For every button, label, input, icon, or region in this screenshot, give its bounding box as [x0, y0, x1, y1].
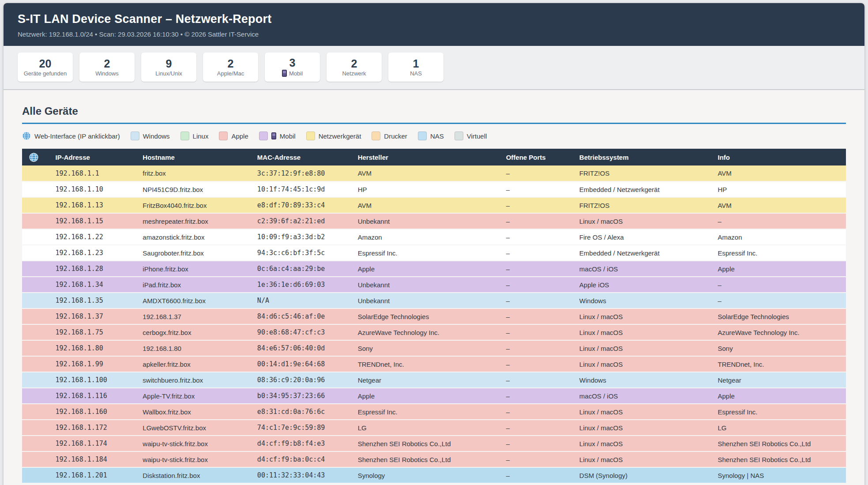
cell-os: Linux / macOS	[574, 420, 713, 436]
legend-item-web-interface: Web-Interface (IP anklickbar)	[22, 132, 120, 140]
cell-hostname: 192.168.1.37	[137, 308, 252, 324]
stat-value: 2	[351, 58, 357, 69]
legend-item-virtuell: Virtuell	[455, 132, 487, 140]
cell-vendor: Shenzhen SEI Robotics Co.,Ltd	[353, 451, 501, 467]
column-header-betriebssystem: Betriebssystem	[574, 149, 713, 165]
cell-vendor: Apple	[353, 261, 501, 277]
cell-open-ports: –	[501, 229, 574, 245]
cell-web-interface	[22, 181, 50, 197]
stat-card-ger-te-gefunden: 20Geräte gefunden	[18, 53, 73, 82]
table-row: 192.168.1.174waipu-tv-stick.fritz.boxd4:…	[22, 436, 846, 451]
table-row: 192.168.1.160Wallbox.fritz.boxe8:31:cd:0…	[22, 404, 846, 420]
stat-label: Apple/Mac	[217, 71, 244, 76]
cell-mac: 1e:36:1e:d6:69:03	[252, 277, 353, 293]
cell-hostname: waipu-tv-stick.fritz.box	[137, 436, 252, 451]
legend-label: Netzwerkgerät	[319, 132, 361, 140]
cell-open-ports: –	[501, 293, 574, 308]
legend: Web-Interface (IP anklickbar) WindowsLin…	[22, 132, 846, 140]
cell-web-interface	[22, 261, 50, 277]
cell-mac: 00:14:d1:9e:64:68	[252, 356, 353, 372]
cell-vendor: Shenzhen SEI Robotics Co.,Ltd	[353, 436, 501, 451]
cell-os: Linux / macOS	[574, 340, 713, 356]
cell-os: Embedded / Netzwerkgerät	[574, 181, 713, 197]
cell-web-interface	[22, 324, 50, 340]
table-row: 192.168.1.10NPI451C9D.fritz.box10:1f:74:…	[22, 181, 846, 197]
cell-web-interface	[22, 451, 50, 467]
cell-info: Apple	[712, 388, 846, 404]
legend-item-mobil: Mobil	[259, 132, 296, 140]
table-row: 192.168.1.184waipu-tv-stick.fritz.boxd4:…	[22, 451, 846, 467]
cell-info: –	[712, 213, 846, 229]
cell-ip: 192.168.1.13	[50, 197, 137, 213]
legend-swatch	[131, 132, 139, 140]
table-header-row: IP-AdresseHostnameMAC-AdresseHerstellerO…	[22, 149, 846, 165]
cell-mac: 74:c1:7e:9c:59:89	[252, 420, 353, 436]
page-title: S-IT LAN Device Scanner – Netzwerk-Repor…	[18, 12, 850, 26]
cell-mac: 08:36:c9:20:0a:96	[252, 372, 353, 388]
cell-os: Linux / macOS	[574, 451, 713, 467]
cell-hostname: cerbogx.fritz.box	[137, 324, 252, 340]
cell-open-ports: –	[501, 324, 574, 340]
legend-swatch	[259, 132, 268, 140]
table-row: 192.168.1.75cerbogx.fritz.box90:e8:68:47…	[22, 324, 846, 340]
table-row: 192.168.1.13FritzBox4040.fritz.boxe8:df:…	[22, 197, 846, 213]
cell-open-ports: –	[501, 356, 574, 372]
cell-web-interface	[22, 308, 50, 324]
table-row: 192.168.1.35AMDXT6600.fritz.boxN/AUnbeka…	[22, 293, 846, 308]
stat-card-windows: 2Windows	[79, 53, 135, 82]
cell-hostname: meshrepeater.fritz.box	[137, 213, 252, 229]
cell-ip: 192.168.1.99	[50, 356, 137, 372]
cell-info: Synology | NAS	[712, 467, 846, 483]
cell-ip: 192.168.1.22	[50, 229, 137, 245]
cell-hostname: waipu-tv-stick.fritz.box	[137, 451, 252, 467]
cell-vendor: Apple	[353, 388, 501, 404]
stat-card-nas: 1NAS	[388, 53, 443, 82]
cell-info: LG	[712, 420, 846, 436]
cell-info: Espressif Inc.	[712, 404, 846, 420]
cell-ip: 192.168.1.28	[50, 261, 137, 277]
cell-vendor: AVM	[353, 165, 501, 181]
cell-mac: b0:34:95:37:23:66	[252, 388, 353, 404]
stat-value: 20	[39, 58, 52, 69]
cell-vendor: Sony	[353, 340, 501, 356]
cell-vendor: Unbekannt	[353, 213, 501, 229]
report-meta: Netzwerk: 192.168.1.0/24 • Scan: 29.03.2…	[18, 30, 850, 38]
cell-vendor: AzureWave Technology Inc.	[353, 324, 501, 340]
cell-os: macOS / iOS	[574, 388, 713, 404]
cell-mac: 0c:6a:c4:aa:29:be	[252, 261, 353, 277]
table-row: 192.168.1.80192.168.1.8084:e6:57:06:40:0…	[22, 340, 846, 356]
legend-swatch	[455, 132, 463, 140]
column-header-ip-adresse: IP-Adresse	[50, 149, 137, 165]
cell-info: Shenzhen SEI Robotics Co.,Ltd	[712, 436, 846, 451]
cell-vendor: Unbekannt	[353, 277, 501, 293]
cell-vendor: SolarEdge Technologies	[353, 308, 501, 324]
section-title: Alle Geräte	[22, 105, 846, 124]
device-table: IP-AdresseHostnameMAC-AdresseHerstellerO…	[22, 149, 846, 484]
stat-card-linux-unix: 9Linux/Unix	[141, 53, 196, 82]
cell-mac: 00:11:32:33:04:43	[252, 467, 353, 483]
cell-vendor: Netgear	[353, 372, 501, 388]
legend-web-label: Web-Interface (IP anklickbar)	[34, 132, 120, 140]
table-row: 192.168.1.116Apple-TV.fritz.boxb0:34:95:…	[22, 388, 846, 404]
cell-vendor: LG	[353, 420, 501, 436]
legend-swatch	[180, 132, 189, 140]
table-row: 192.168.1.28iPhone.fritz.box0c:6a:c4:aa:…	[22, 261, 846, 277]
legend-label: NAS	[430, 132, 444, 140]
cell-web-interface	[22, 388, 50, 404]
cell-os: macOS / iOS	[574, 261, 713, 277]
table-row: 192.168.1.1fritz.box3c:37:12:9f:e8:80AVM…	[22, 165, 846, 181]
stat-label-text: Geräte gefunden	[24, 71, 67, 76]
legend-item-netzwerkger-t: Netzwerkgerät	[306, 132, 361, 140]
cell-web-interface	[22, 436, 50, 451]
legend-label: Linux	[193, 132, 209, 140]
cell-vendor: Unbekannt	[353, 293, 501, 308]
column-header-offene-ports: Offene Ports	[501, 149, 574, 165]
cell-open-ports: –	[501, 165, 574, 181]
stat-value: 9	[166, 58, 172, 69]
cell-ip: 192.168.1.34	[50, 277, 137, 293]
legend-item-nas: NAS	[418, 132, 444, 140]
stat-label: Mobil	[282, 70, 303, 77]
cell-ip: 192.168.1.80	[50, 340, 137, 356]
legend-label: Drucker	[384, 132, 407, 140]
mobile-icon	[271, 132, 276, 139]
